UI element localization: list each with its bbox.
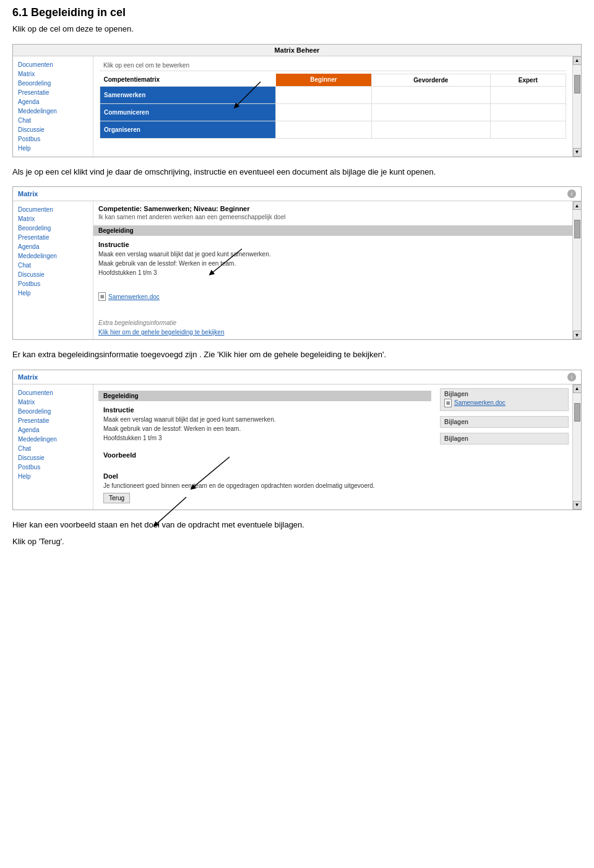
- p3-sidebar-matrix[interactable]: Matrix: [13, 397, 93, 407]
- file-icon: ▦: [98, 292, 106, 301]
- sidebar-item-matrix[interactable]: Matrix: [13, 69, 93, 79]
- sidebar-item-mededelingen[interactable]: Mededelingen: [13, 106, 93, 116]
- sidebar-item-postbus[interactable]: Postbus: [13, 134, 93, 144]
- scroll-up-btn[interactable]: ▲: [573, 56, 582, 65]
- matrix-row-samenwerken: Samenwerken: [100, 86, 566, 103]
- cell-organiseren-beginner[interactable]: [276, 121, 372, 138]
- sidebar-item-presentatie[interactable]: Presentatie: [13, 88, 93, 97]
- voorbeeld-label: Voorbeeld: [98, 449, 431, 460]
- cell-communiceren-gevorderde[interactable]: [372, 103, 491, 121]
- doel-label: Doel: [98, 470, 431, 481]
- p3-sidebar-agenda[interactable]: Agenda: [13, 425, 93, 435]
- p3-instructie-line1: Maak een verslag waaruit blijkt dat je g…: [98, 415, 431, 424]
- col-gevorderde: Gevorderde: [372, 74, 491, 86]
- cell-communiceren-expert[interactable]: [490, 103, 566, 121]
- page-heading: 6.1 Begeleiding in cel: [12, 6, 582, 19]
- panel3-sidebar: Documenten Matrix Beoordeling Presentati…: [13, 384, 93, 510]
- attachment-name[interactable]: Samenwerken.doc: [108, 293, 160, 300]
- bijlagen-box2: Bijlagen: [440, 416, 569, 428]
- p3-begeleiding-bar: Begeleiding: [98, 391, 431, 401]
- p3-instructie-line2: Maak gebruik van de lesstof: Werken in e…: [98, 424, 431, 433]
- sidebar-item-chat[interactable]: Chat: [13, 116, 93, 125]
- matrix-row-organiseren: Organiseren: [100, 121, 566, 138]
- sidebar-item-agenda[interactable]: Agenda: [13, 97, 93, 106]
- p2-sidebar-presentatie[interactable]: Presentatie: [13, 233, 93, 242]
- p3-sidebar-chat[interactable]: Chat: [13, 444, 93, 453]
- p3-sidebar-postbus[interactable]: Postbus: [13, 462, 93, 472]
- instructie-line3: Hoofdstukken 1 t/m 3: [93, 268, 572, 277]
- p3-sidebar-presentatie[interactable]: Presentatie: [13, 416, 93, 425]
- sidebar-item-help[interactable]: Help: [13, 144, 93, 153]
- p3-sidebar-help[interactable]: Help: [13, 472, 93, 481]
- intro-text: Klik op de cel om deze te openen.: [12, 23, 582, 35]
- p3-sidebar-documenten[interactable]: Documenten: [13, 388, 93, 397]
- p2-sidebar-documenten[interactable]: Documenten: [13, 205, 93, 214]
- matrix-table: Competentiematrix Beginner Gevorderde Ex…: [100, 74, 566, 139]
- klik-link[interactable]: Klik hier om de gehele begeleiding te be…: [93, 328, 572, 339]
- file-icon2: ▦: [444, 399, 452, 407]
- p3-sidebar-discussie[interactable]: Discussie: [13, 453, 93, 462]
- row-label-organiseren[interactable]: Organiseren: [100, 121, 276, 138]
- cell-organiseren-gevorderde[interactable]: [372, 121, 491, 138]
- panel3: Matrix i Documenten Matrix Beoordeling P…: [12, 370, 582, 510]
- row-label-samenwerken[interactable]: Samenwerken: [100, 86, 276, 103]
- panel3-inner: Begeleiding Instructie Maak een verslag …: [93, 384, 572, 510]
- instructie-label: Instructie: [93, 238, 572, 250]
- bijlagen-file1-name[interactable]: Samenwerken.doc: [454, 399, 506, 406]
- p2-sidebar-postbus[interactable]: Postbus: [13, 279, 93, 289]
- cell-communiceren-beginner[interactable]: [276, 103, 372, 121]
- col-expert: Expert: [490, 74, 566, 86]
- p2-sidebar-discussie[interactable]: Discussie: [13, 270, 93, 279]
- sidebar-item-documenten[interactable]: Documenten: [13, 60, 93, 69]
- p3-instructie-label: Instructie: [98, 404, 431, 415]
- p2-sidebar-agenda[interactable]: Agenda: [13, 242, 93, 251]
- row-label-communiceren[interactable]: Communiceren: [100, 103, 276, 121]
- panel3-header: Matrix i: [13, 370, 581, 384]
- scrollbar-panel1[interactable]: ▲ ▼: [572, 56, 581, 157]
- para4: Klik op 'Terug'.: [12, 536, 582, 548]
- terug-button[interactable]: Terug: [103, 493, 130, 503]
- scroll-thumb3[interactable]: [574, 403, 580, 422]
- scroll-thumb[interactable]: [574, 75, 580, 93]
- attachment-row: ▦ Samenwerken.doc: [93, 290, 572, 303]
- sidebar-item-beoordeling[interactable]: Beoordeling: [13, 79, 93, 88]
- panel1-sidebar: Documenten Matrix Beoordeling Presentati…: [13, 56, 93, 157]
- info-icon[interactable]: i: [567, 189, 576, 198]
- p2-sidebar-matrix[interactable]: Matrix: [13, 214, 93, 224]
- panel2-main: Competentie: Samenwerken; Niveau: Beginn…: [93, 201, 572, 339]
- sidebar-item-discussie[interactable]: Discussie: [13, 125, 93, 134]
- bijlagen-label1: Bijlagen: [444, 391, 564, 397]
- cell-organiseren-expert[interactable]: [490, 121, 566, 138]
- panel2-sidebar: Documenten Matrix Beoordeling Presentati…: [13, 201, 93, 339]
- p2-sidebar-beoordeling[interactable]: Beoordeling: [13, 224, 93, 233]
- scroll-up-btn2[interactable]: ▲: [573, 201, 582, 210]
- para2: Er kan extra begeleidingsinformatie toeg…: [12, 349, 582, 361]
- col-beginner: Beginner: [276, 74, 372, 86]
- scroll-down-btn2[interactable]: ▼: [573, 331, 582, 339]
- scroll-down-btn[interactable]: ▼: [573, 148, 582, 157]
- cell-samenwerken-beginner[interactable]: [276, 86, 372, 103]
- page-content: 6.1 Begeleiding in cel Klik op de cel om…: [0, 0, 594, 559]
- panel1-title: Matrix Beheer: [13, 45, 581, 56]
- extra-begeleiding-label: Extra begeleidingsinformatie: [93, 316, 572, 328]
- p2-sidebar-help[interactable]: Help: [13, 289, 93, 298]
- panel3-main: Begeleiding Instructie Maak een verslag …: [93, 384, 436, 510]
- p2-sidebar-mededelingen[interactable]: Mededelingen: [13, 251, 93, 261]
- cell-samenwerken-expert[interactable]: [490, 86, 566, 103]
- panel3-bijlagen-col: Bijlagen ▦ Samenwerken.doc Bijlagen Bijl…: [436, 384, 572, 510]
- scrollbar-panel3[interactable]: ▲ ▼: [572, 384, 581, 510]
- p3-sidebar-beoordeling[interactable]: Beoordeling: [13, 407, 93, 416]
- scroll-down-btn3[interactable]: ▼: [573, 501, 582, 510]
- scrollbar-panel2[interactable]: ▲ ▼: [572, 201, 581, 339]
- cell-samenwerken-gevorderde[interactable]: [372, 86, 491, 103]
- panel3-title: Matrix: [18, 373, 38, 381]
- bijlagen-label3: Bijlagen: [444, 435, 564, 442]
- p2-sidebar-chat[interactable]: Chat: [13, 261, 93, 270]
- scroll-thumb2[interactable]: [574, 220, 580, 238]
- p3-sidebar-mededelingen[interactable]: Mededelingen: [13, 435, 93, 444]
- para3: Hier kan een voorbeeld staan en het doel…: [12, 519, 582, 531]
- panel2-header: Matrix i: [13, 187, 581, 201]
- info-icon2[interactable]: i: [567, 373, 576, 381]
- scroll-up-btn3[interactable]: ▲: [573, 384, 582, 393]
- instructie-line1: Maak een verslag waaruit blijkt dat je g…: [93, 250, 572, 259]
